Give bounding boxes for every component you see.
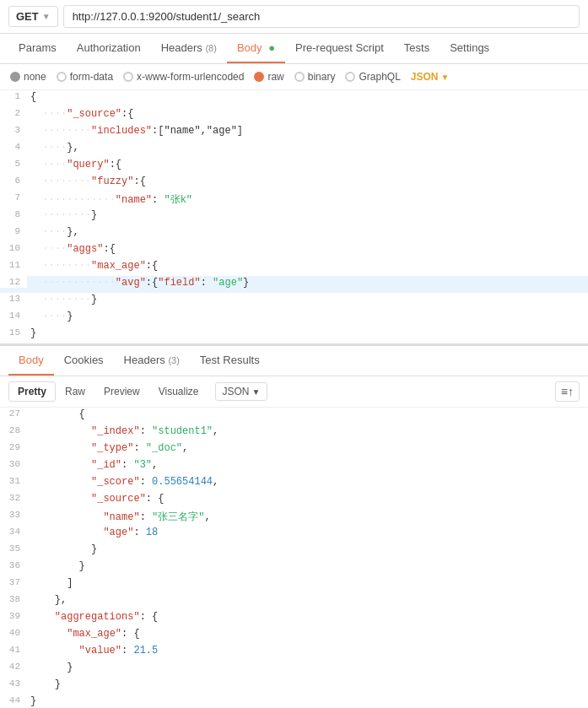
line-number: 9 bbox=[0, 225, 27, 237]
code-line-8: 8 ········} bbox=[0, 208, 588, 225]
line-content: "_source": { bbox=[27, 492, 588, 505]
format-button[interactable]: ≡↑ bbox=[555, 381, 580, 402]
line-content: } bbox=[27, 661, 588, 674]
radio-raw bbox=[254, 72, 264, 82]
resp-tab-body[interactable]: Body bbox=[8, 346, 54, 376]
line-number: 11 bbox=[0, 259, 27, 271]
tab-pre-request[interactable]: Pre-request Script bbox=[285, 34, 394, 63]
option-urlencoded[interactable]: x-www-form-urlencoded bbox=[123, 71, 244, 83]
view-tab-pretty[interactable]: Pretty bbox=[8, 381, 56, 402]
code-line-5: 5 ····"query":{ bbox=[0, 158, 588, 175]
radio-urlencoded bbox=[123, 72, 133, 82]
line-number: 7 bbox=[0, 192, 27, 203]
line-content: "_id": "3", bbox=[27, 458, 588, 472]
resp-tab-cookies[interactable]: Cookies bbox=[54, 346, 114, 376]
line-content: ····"aggs":{ bbox=[27, 242, 588, 256]
line-number: 39 bbox=[0, 610, 27, 622]
response-tabs: Body Cookies Headers (3) Test Results bbox=[0, 346, 588, 376]
line-number: 3 bbox=[0, 124, 27, 136]
tab-settings[interactable]: Settings bbox=[440, 34, 499, 63]
line-content: "age": 18 bbox=[27, 526, 588, 539]
option-none[interactable]: none bbox=[10, 71, 46, 83]
request-code-editor[interactable]: 1{2 ····"_source":{3 ········"includes":… bbox=[0, 90, 588, 346]
line-number: 40 bbox=[0, 627, 27, 639]
resp-code-line-39: 39 "aggregations": { bbox=[0, 610, 588, 627]
resp-json-chevron-icon: ▼ bbox=[252, 387, 261, 397]
code-line-1: 1{ bbox=[0, 90, 588, 107]
response-code-area: 27 {28 "_index": "student1",29 "_type": … bbox=[0, 408, 588, 708]
line-number: 44 bbox=[0, 694, 27, 706]
resp-code-line-40: 40 "max_age": { bbox=[0, 627, 588, 644]
line-number: 27 bbox=[0, 408, 27, 419]
tab-params[interactable]: Params bbox=[8, 34, 67, 63]
line-content: } bbox=[27, 678, 588, 691]
line-number: 4 bbox=[0, 141, 27, 153]
json-format-dropdown[interactable]: JSON ▼ bbox=[411, 71, 450, 83]
resp-tab-test-results[interactable]: Test Results bbox=[190, 346, 270, 376]
code-line-11: 11 ········"max_age":{ bbox=[0, 259, 588, 276]
line-content: ····} bbox=[27, 310, 588, 323]
line-content: ········"fuzzy":{ bbox=[27, 175, 588, 188]
line-number: 41 bbox=[0, 644, 27, 656]
code-line-4: 4 ····}, bbox=[0, 141, 588, 158]
resp-code-line-44: 44} bbox=[0, 694, 588, 708]
code-line-9: 9 ····}, bbox=[0, 225, 588, 242]
line-content: { bbox=[27, 90, 588, 104]
url-input[interactable] bbox=[63, 5, 580, 28]
line-content: ····"_source":{ bbox=[27, 107, 588, 121]
line-number: 31 bbox=[0, 475, 27, 487]
resp-code-line-33: 33 "name": "张三名字", bbox=[0, 509, 588, 526]
code-line-6: 6 ········"fuzzy":{ bbox=[0, 175, 588, 192]
tab-body[interactable]: Body ● bbox=[227, 34, 285, 63]
line-content: ········} bbox=[27, 293, 588, 306]
option-graphql[interactable]: GraphQL bbox=[345, 71, 400, 83]
line-number: 15 bbox=[0, 327, 27, 338]
tab-headers[interactable]: Headers (8) bbox=[151, 34, 227, 63]
tab-authorization[interactable]: Authorization bbox=[67, 34, 151, 63]
method-select[interactable]: GET ▼ bbox=[8, 6, 58, 27]
option-raw[interactable]: raw bbox=[254, 71, 283, 83]
resp-code-line-30: 30 "_id": "3", bbox=[0, 458, 588, 475]
view-tab-preview[interactable]: Preview bbox=[94, 381, 149, 402]
resp-code-line-29: 29 "_type": "_doc", bbox=[0, 441, 588, 458]
resp-json-dropdown[interactable]: JSON ▼ bbox=[215, 382, 268, 401]
request-tabs: Params Authorization Headers (8) Body ● … bbox=[0, 34, 588, 64]
line-number: 32 bbox=[0, 492, 27, 504]
resp-code-line-36: 36 } bbox=[0, 559, 588, 576]
line-number: 6 bbox=[0, 175, 27, 186]
view-tab-visualize[interactable]: Visualize bbox=[149, 381, 208, 402]
code-line-10: 10 ····"aggs":{ bbox=[0, 242, 588, 259]
line-content: ····}, bbox=[27, 225, 588, 239]
line-content: }, bbox=[27, 593, 588, 607]
method-label: GET bbox=[16, 10, 39, 23]
view-tab-raw[interactable]: Raw bbox=[56, 381, 94, 402]
line-number: 8 bbox=[0, 208, 27, 220]
option-form-data[interactable]: form-data bbox=[57, 71, 113, 83]
body-active-dot: ● bbox=[268, 41, 275, 54]
top-bar: GET ▼ bbox=[0, 0, 588, 34]
radio-graphql bbox=[345, 72, 355, 82]
tab-tests[interactable]: Tests bbox=[394, 34, 440, 63]
line-number: 28 bbox=[0, 424, 27, 436]
line-content: ········"includes":["name","age"] bbox=[27, 124, 588, 138]
line-number: 42 bbox=[0, 661, 27, 673]
code-line-2: 2 ····"_source":{ bbox=[0, 107, 588, 124]
resp-tab-headers[interactable]: Headers (3) bbox=[114, 346, 190, 376]
radio-none bbox=[10, 72, 20, 82]
line-number: 14 bbox=[0, 310, 27, 322]
resp-code-line-37: 37 ] bbox=[0, 576, 588, 593]
json-chevron-icon: ▼ bbox=[441, 73, 450, 82]
line-content: } bbox=[27, 694, 588, 708]
radio-binary bbox=[294, 72, 305, 82]
resp-code-line-43: 43 } bbox=[0, 678, 588, 694]
resp-code-line-38: 38 }, bbox=[0, 593, 588, 610]
line-number: 33 bbox=[0, 509, 27, 521]
line-content: ············"name": "张k" bbox=[27, 192, 588, 208]
radio-form-data bbox=[57, 72, 67, 82]
line-number: 2 bbox=[0, 107, 27, 119]
option-binary[interactable]: binary bbox=[294, 71, 336, 83]
line-content: "name": "张三名字", bbox=[27, 509, 588, 525]
view-tabs: Pretty Raw Preview Visualize JSON ▼ ≡↑ bbox=[0, 376, 588, 408]
resp-code-line-42: 42 } bbox=[0, 661, 588, 678]
line-number: 30 bbox=[0, 458, 27, 470]
